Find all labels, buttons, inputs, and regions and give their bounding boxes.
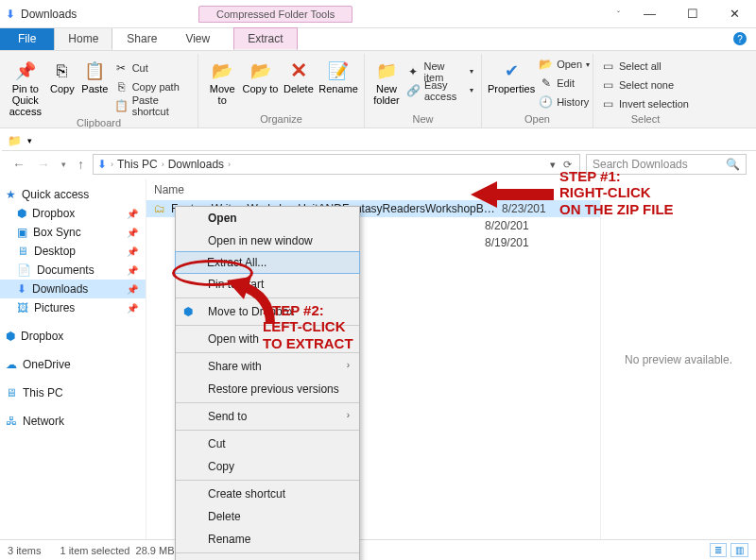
minimize-button[interactable]: — [628, 0, 671, 26]
star-icon: ★ [6, 188, 16, 201]
ctx-delete[interactable]: Delete [176, 505, 359, 528]
documents-icon: 📄 [17, 263, 31, 277]
tab-home[interactable]: Home [54, 27, 112, 50]
delete-button[interactable]: ✕Delete [281, 56, 317, 106]
nav-back-button[interactable]: ← [9, 157, 28, 172]
nav-dropbox-root[interactable]: ⬢Dropbox [0, 327, 146, 346]
move-to-icon: 📂 [212, 59, 232, 83]
nav-box-sync[interactable]: ▣Box Sync📌 [0, 223, 146, 242]
pin-icon: 📌 [127, 303, 138, 314]
crumb-downloads[interactable]: Downloads [168, 158, 224, 171]
new-item-button[interactable]: ✦New item ▾ [404, 63, 475, 80]
search-box[interactable]: Search Downloads 🔍 [586, 154, 747, 175]
pin-icon: 📌 [127, 265, 138, 276]
nav-quick-access[interactable]: ★Quick access [0, 185, 146, 204]
tab-share[interactable]: Share [112, 27, 171, 50]
properties-icon: ✔ [505, 59, 519, 83]
history-button[interactable]: 🕘History [537, 93, 592, 110]
ctx-create-shortcut[interactable]: Create shortcut [176, 483, 359, 505]
qat-overflow-icon[interactable]: ▾ [27, 136, 32, 145]
context-tab[interactable]: Compressed Folder Tools [198, 6, 352, 23]
maximize-button[interactable]: ☐ [671, 0, 713, 26]
tab-view[interactable]: View [171, 27, 224, 50]
open-button[interactable]: 📂Open ▾ [537, 56, 592, 73]
thumbnails-view-button[interactable]: ▥ [730, 543, 748, 557]
view-mode-icons: ≣ ▥ [710, 543, 748, 557]
nav-dropbox[interactable]: ⬢Dropbox📌 [0, 204, 146, 223]
new-group-label: New [370, 113, 475, 126]
dropbox-icon: ⬢ [17, 207, 26, 220]
titlebar: ⬇ Downloads Compressed Folder Tools ˇ — … [0, 0, 756, 28]
crumb-this-pc[interactable]: This PC [117, 158, 158, 171]
box-icon: ▣ [17, 226, 27, 239]
ctx-restore[interactable]: Restore previous versions [176, 378, 359, 400]
nav-up-button[interactable]: ↑ [75, 157, 87, 172]
paste-icon: 📋 [84, 59, 105, 83]
preview-pane: No preview available. [600, 179, 756, 539]
nav-network[interactable]: 🖧Network [0, 412, 146, 431]
addr-dropdown-icon[interactable]: ▾ [550, 159, 556, 171]
invert-selection-button[interactable]: ▭Invert selection [599, 95, 692, 112]
copy-button[interactable]: ⎘ Copy [47, 56, 78, 117]
refresh-icon[interactable]: ⟳ [563, 159, 572, 171]
nav-this-pc[interactable]: 🖥This PC [0, 383, 146, 402]
copy-to-button[interactable]: 📂Copy to [242, 56, 278, 106]
close-button[interactable]: ✕ [713, 0, 756, 26]
tab-extract[interactable]: Extract [233, 27, 297, 50]
paste-button[interactable]: 📋 Paste [79, 56, 111, 117]
move-to-button[interactable]: 📂Move to [204, 56, 240, 106]
ctx-copy[interactable]: Copy [176, 455, 359, 478]
nav-pictures[interactable]: 🖼Pictures📌 [0, 298, 146, 317]
help-icon[interactable]: ? [733, 32, 747, 45]
status-selected: 1 item selected [60, 545, 129, 556]
pictures-icon: 🖼 [17, 301, 28, 314]
open-mini: 📂Open ▾ ✎Edit 🕘History [537, 56, 592, 110]
ribbon-group-clipboard: 📌 Pin to Quick access ⎘ Copy 📋 Paste ✂Cu… [0, 54, 198, 127]
ribbon-collapse-icon[interactable]: ˇ [617, 9, 620, 19]
nav-downloads[interactable]: ⬇Downloads📌 [0, 280, 146, 298]
details-view-button[interactable]: ≣ [710, 543, 727, 557]
ribbon: 📌 Pin to Quick access ⎘ Copy 📋 Paste ✂Cu… [0, 51, 756, 128]
ctx-share-with[interactable]: Share with› [176, 355, 359, 378]
copy-path-button[interactable]: ⎘Copy path [112, 78, 192, 95]
ctx-extract-all[interactable]: Extract All... [175, 251, 360, 274]
quick-access-toolbar: 📁 ▾ [2, 130, 756, 151]
nav-documents[interactable]: 📄Documents📌 [0, 261, 146, 280]
download-icon: ⬇ [6, 8, 15, 21]
ctx-separator [176, 430, 359, 431]
easy-access-button[interactable]: 🔗Easy access ▾ [404, 82, 475, 99]
zip-icon: 🗂 [154, 202, 165, 215]
tab-file[interactable]: File [0, 27, 54, 50]
ctx-cut[interactable]: Cut [176, 433, 359, 455]
qat-folder-icon[interactable]: 📁 [8, 134, 22, 147]
select-none-button[interactable]: ▭Select none [599, 76, 692, 93]
window-controls: — ☐ ✕ [628, 0, 756, 26]
paste-shortcut-button[interactable]: 📋Paste shortcut [112, 97, 192, 114]
chevron-right-icon: › [111, 160, 113, 169]
pin-quick-access-button[interactable]: 📌 Pin to Quick access [6, 56, 45, 117]
ctx-separator [176, 402, 359, 403]
new-folder-button[interactable]: 📁New folder [370, 56, 403, 106]
address-bar[interactable]: ⬇ › This PC › Downloads › ▾ ⟳ [93, 154, 580, 175]
nav-desktop[interactable]: 🖥Desktop📌 [0, 242, 146, 261]
edit-button[interactable]: ✎Edit [537, 75, 592, 92]
ctx-rename[interactable]: Rename [176, 528, 359, 551]
ctx-open-new-window[interactable]: Open in new window [176, 229, 359, 252]
rename-button[interactable]: 📝Rename [318, 56, 358, 106]
properties-button[interactable]: ✔Properties [488, 56, 535, 110]
ctx-properties[interactable]: Properties [176, 555, 359, 560]
network-icon: 🖧 [6, 415, 17, 428]
search-placeholder: Search Downloads [593, 158, 688, 171]
nav-forward-button[interactable]: → [34, 157, 53, 172]
ctx-open[interactable]: Open [176, 207, 359, 229]
ribbon-group-organize: 📂Move to 📂Copy to ✕Delete 📝Rename Organi… [198, 54, 365, 127]
nav-onedrive[interactable]: ☁OneDrive [0, 355, 146, 374]
select-all-icon: ▭ [601, 59, 615, 73]
select-all-button[interactable]: ▭Select all [599, 58, 692, 75]
cut-button[interactable]: ✂Cut [112, 59, 192, 76]
new-item-icon: ✦ [406, 65, 421, 78]
nav-recent-button[interactable]: ▾ [59, 160, 69, 169]
select-mini: ▭Select all ▭Select none ▭Invert selecti… [599, 58, 692, 112]
col-name[interactable]: Name [154, 183, 485, 196]
ctx-send-to[interactable]: Send to› [176, 405, 359, 428]
